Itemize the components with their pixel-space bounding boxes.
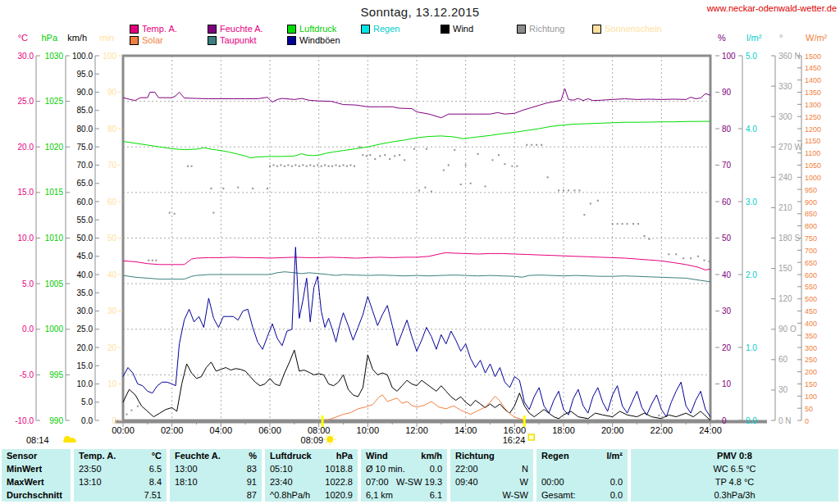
series-windb-en: [123, 247, 710, 417]
axis-tick-label: 240: [778, 173, 792, 182]
richtung-dot: [504, 163, 505, 165]
cell-value: 0.0: [610, 488, 623, 502]
axis-tick-label: 55.0: [77, 216, 94, 225]
axis-tick-label: 0: [722, 416, 727, 425]
richtung-dot: [287, 165, 289, 166]
axis-tick-label: 0.0: [81, 416, 93, 425]
richtung-dot: [130, 410, 132, 411]
axis-tick-label: 1150: [805, 137, 820, 145]
cell-value: 0.0: [430, 462, 442, 475]
richtung-dot: [590, 202, 591, 204]
axis-tick-label: 270 W: [778, 143, 802, 152]
group-title: Temp. A.: [79, 449, 116, 462]
x-tick-label: 06:00: [258, 425, 281, 435]
cell-value: 6.1: [430, 488, 442, 502]
table-group-wind: Windkm/hØ 10 min.0.007:00W-SW 19.36,1 km…: [361, 449, 447, 502]
cell-time: 18:10: [175, 475, 198, 488]
richtung-dot: [632, 223, 634, 225]
richtung-dot: [526, 144, 527, 146]
table-col-sensor: SensorMinWertMaxWertDurchschnitt: [2, 449, 71, 502]
axis-tick-label: 40: [722, 270, 732, 279]
richtung-dot: [317, 165, 318, 166]
richtung-dot: [465, 165, 467, 166]
cell-time: ^0.8hPa/h: [270, 488, 310, 502]
axis-tick-label: 1350: [805, 89, 821, 97]
axis-tick-label: 1000: [45, 325, 64, 334]
axis-tick-label: 3.0: [746, 198, 757, 207]
axis-tick-label: 15.0: [77, 361, 94, 370]
axis-tick-label: 60: [778, 355, 788, 364]
sun-ray: [326, 443, 326, 443]
axis-tick-label: 0.0: [746, 416, 757, 425]
axis-tick-label: 1050: [805, 161, 821, 170]
richtung-dot: [612, 223, 614, 225]
richtung-dot: [362, 154, 363, 156]
richtung-dot: [358, 146, 360, 148]
richtung-dot: [346, 166, 348, 167]
axis-tick-label: 5.0: [81, 397, 93, 406]
group-title: Feuchte A.: [175, 449, 221, 462]
axis-tick-label: 1.0: [746, 343, 757, 352]
axis-tick-label: 20: [722, 343, 732, 352]
axis-tick-label: 90: [722, 88, 732, 97]
richtung-dot: [498, 154, 500, 156]
cell-value: 0.0: [610, 475, 623, 488]
richtung-dot: [516, 166, 518, 167]
cell-time: 13:10: [79, 475, 102, 488]
richtung-dot: [366, 155, 368, 157]
axis-tick-label: 300: [778, 112, 792, 121]
cell-value: W-SW 19.3: [396, 475, 442, 488]
sun-ray: [333, 443, 334, 443]
richtung-dot: [531, 144, 532, 146]
axis-tick-label: 50: [107, 234, 117, 243]
richtung-dot: [354, 166, 355, 167]
axis-tick-label: 100: [805, 393, 817, 401]
richtung-dot: [210, 188, 212, 189]
richtung-dot: [583, 214, 585, 216]
richtung-dot: [573, 189, 575, 191]
axis-tick-label: 1000: [805, 174, 821, 182]
richtung-dot: [662, 416, 664, 418]
cell-time: 13:00: [175, 462, 198, 475]
axis-tick-label: 0 N: [778, 416, 792, 425]
richtung-dot: [284, 166, 285, 167]
summary-table: SensorMinWertMaxWertDurchschnittTemp. A.…: [2, 449, 838, 502]
richtung-dot: [336, 165, 337, 166]
axis-tick-label: 95.0: [77, 70, 94, 79]
group-unit: hPa: [336, 449, 353, 462]
cell-time: 23:50: [79, 462, 102, 475]
richtung-dot: [280, 165, 281, 166]
cell-value: W-SW: [502, 488, 528, 502]
sun-ray: [333, 435, 334, 436]
row-label: Sensor: [7, 449, 37, 462]
cell-value: 1018.8: [325, 462, 353, 475]
richtung-dot: [597, 200, 599, 202]
cell-value: 87: [247, 488, 257, 502]
richtung-dot: [191, 166, 193, 167]
richtung-dot: [547, 176, 549, 178]
axis-tick-label: 15.0: [18, 188, 34, 197]
richtung-dot: [536, 144, 537, 146]
axis-tick-label: 10.0: [77, 379, 94, 388]
richtung-dot: [379, 155, 381, 157]
richtung-dot: [339, 166, 340, 167]
richtung-dot: [675, 253, 677, 255]
axis-header-minax: min: [99, 33, 114, 43]
axis-tick-label: 500: [805, 295, 817, 303]
group-title: Wind: [366, 449, 388, 462]
richtung-dot: [269, 166, 271, 167]
x-tick-label: 02:00: [161, 425, 184, 435]
axis-tick-label: 1030: [45, 52, 64, 61]
axis-tick-label: 50: [805, 405, 813, 413]
axis-tick-label: 0: [805, 417, 809, 425]
axis-tick-label: 20.0: [18, 143, 34, 152]
richtung-dot: [252, 188, 253, 189]
axis-tick-label: 150: [805, 380, 817, 388]
richtung-dot: [491, 159, 493, 161]
axis-tick-label: 90.0: [77, 88, 94, 97]
axis-tick-label: 300: [805, 344, 817, 352]
richtung-dot: [306, 166, 308, 167]
axis-tick-label: 950: [805, 186, 817, 194]
axis-tick-label: 400: [805, 320, 817, 328]
axis-tick-label: 90 O: [778, 325, 797, 334]
